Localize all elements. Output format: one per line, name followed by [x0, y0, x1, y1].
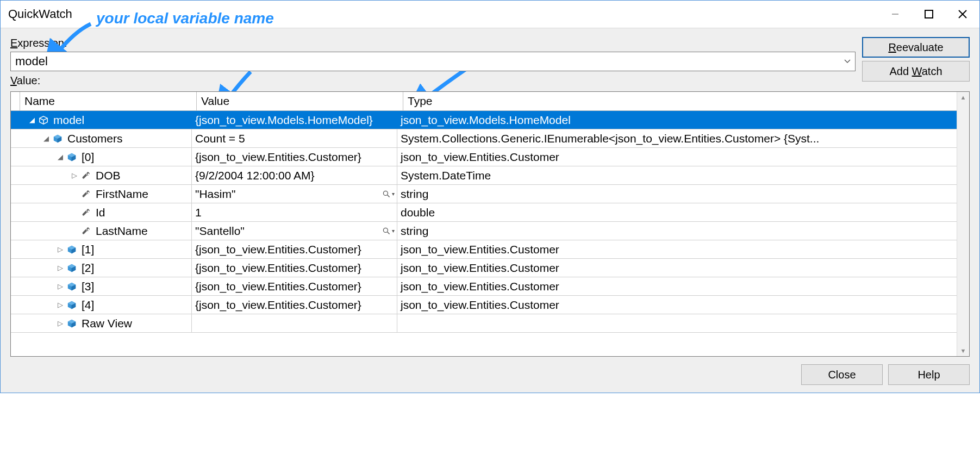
- column-header-value[interactable]: Value: [197, 92, 403, 110]
- grid-row[interactable]: ◢[0]{json_to_view.Entities.Customer}json…: [11, 148, 957, 166]
- row-name: [1]: [82, 243, 94, 256]
- scroll-up-icon[interactable]: ▲: [957, 92, 969, 103]
- object-icon: [52, 133, 63, 144]
- row-name: [3]: [82, 280, 94, 293]
- row-value: {json_to_view.Models.HomeModel}: [195, 114, 373, 127]
- row-type: double: [401, 206, 435, 219]
- row-type: System.Collections.Generic.IEnumerable<j…: [401, 132, 819, 145]
- titlebar: QuickWatch: [1, 1, 979, 28]
- column-header-name[interactable]: Name: [20, 92, 197, 110]
- add-watch-button[interactable]: Add Watch: [862, 61, 970, 82]
- expander-collapsed-icon[interactable]: ▷: [57, 319, 64, 327]
- object-icon: [66, 244, 77, 255]
- row-value: {json_to_view.Entities.Customer}: [195, 262, 361, 275]
- row-name: Id: [96, 206, 105, 219]
- grid-row[interactable]: ▷Raw View: [11, 314, 957, 333]
- row-type: json_to_view.Entities.Customer: [401, 243, 559, 256]
- row-name: model: [53, 114, 84, 127]
- value-grid: Name Value Type ◢model{json_to_view.Mode…: [10, 91, 970, 357]
- grid-row[interactable]: ▷[4]{json_to_view.Entities.Customer}json…: [11, 296, 957, 314]
- row-name: Customers: [67, 132, 123, 145]
- column-header-type[interactable]: Type: [403, 92, 957, 110]
- body-panel: your local variable name its value ...an…: [1, 28, 979, 393]
- grid-row[interactable]: ◢model{json_to_view.Models.HomeModel}jso…: [11, 111, 957, 129]
- chevron-down-icon[interactable]: [840, 52, 855, 71]
- grid-row[interactable]: ▷[3]{json_to_view.Entities.Customer}json…: [11, 277, 957, 296]
- scroll-down-icon[interactable]: ▼: [957, 345, 969, 356]
- row-type: json_to_view.Entities.Customer: [401, 280, 559, 293]
- property-icon: [80, 226, 91, 237]
- row-value: "Santello": [195, 225, 245, 238]
- svg-rect-1: [925, 10, 933, 18]
- row-value: Count = 5: [195, 132, 245, 145]
- row-name: [0]: [82, 151, 94, 164]
- object-icon: [66, 300, 77, 310]
- row-type: json_to_view.Entities.Customer: [401, 151, 559, 164]
- grid-row[interactable]: ▷DOB{9/2/2004 12:00:00 AM}System.DateTim…: [11, 166, 957, 185]
- expander-collapsed-icon[interactable]: ▷: [57, 245, 64, 253]
- reevaluate-button[interactable]: Reevaluate: [862, 37, 970, 58]
- grid-row[interactable]: ◢CustomersCount = 5System.Collections.Ge…: [11, 129, 957, 148]
- row-name: DOB: [96, 169, 121, 182]
- row-type: json_to_view.Entities.Customer: [401, 262, 559, 275]
- row-type: json_to_view.Models.HomeModel: [401, 114, 571, 127]
- window-title: QuickWatch: [8, 7, 72, 21]
- grid-row[interactable]: FirstName"Hasim"▾string: [11, 185, 957, 203]
- value-label: Value:: [10, 74, 40, 87]
- expander-collapsed-icon[interactable]: ▷: [57, 282, 64, 290]
- grid-header: Name Value Type: [11, 92, 957, 111]
- row-value: {json_to_view.Entities.Customer}: [195, 280, 361, 293]
- row-name: Raw View: [82, 317, 132, 330]
- property-icon: [80, 189, 91, 200]
- expander-collapsed-icon[interactable]: ▷: [57, 264, 64, 272]
- property-icon: [80, 170, 91, 181]
- visualizer-dropdown[interactable]: ▾: [382, 227, 395, 235]
- expression-label: Expression:: [10, 37, 67, 49]
- row-name: [4]: [82, 299, 94, 312]
- grid-gutter: [11, 92, 20, 110]
- object-icon: [66, 152, 77, 163]
- row-value: {9/2/2004 12:00:00 AM}: [195, 169, 315, 182]
- row-type: string: [401, 225, 428, 238]
- row-value: {json_to_view.Entities.Customer}: [195, 151, 361, 164]
- row-value: "Hasim": [195, 188, 235, 201]
- row-name: [2]: [82, 262, 94, 275]
- close-button[interactable]: Close: [801, 364, 883, 385]
- quickwatch-window: QuickWatch your local variable name its …: [0, 0, 980, 393]
- close-window-button[interactable]: [946, 1, 979, 28]
- row-value: 1: [195, 206, 202, 219]
- help-button[interactable]: Help: [888, 364, 970, 385]
- grid-row[interactable]: LastName"Santello"▾string: [11, 222, 957, 240]
- row-name: FirstName: [96, 188, 148, 201]
- visualizer-dropdown[interactable]: ▾: [382, 190, 395, 198]
- object-icon: [66, 263, 77, 273]
- expression-combo[interactable]: [10, 52, 856, 71]
- magnifier-icon: [382, 190, 391, 198]
- expander-expanded-icon[interactable]: ◢: [42, 134, 50, 142]
- expander-collapsed-icon[interactable]: ▷: [57, 301, 64, 309]
- row-value: {json_to_view.Entities.Customer}: [195, 243, 361, 256]
- row-name: LastName: [96, 225, 148, 238]
- object-icon: [66, 318, 77, 329]
- grid-row[interactable]: ▷[1]{json_to_view.Entities.Customer}json…: [11, 240, 957, 259]
- grid-row[interactable]: Id1double: [11, 203, 957, 222]
- expander-expanded-icon[interactable]: ◢: [57, 153, 64, 161]
- chevron-down-icon: ▾: [392, 228, 395, 234]
- object-outline-icon: [38, 115, 49, 126]
- magnifier-icon: [382, 227, 391, 235]
- expression-input[interactable]: [11, 52, 840, 71]
- row-type: string: [401, 188, 428, 201]
- chevron-down-icon: ▾: [392, 191, 395, 197]
- object-icon: [66, 281, 77, 292]
- vertical-scrollbar[interactable]: ▲ ▼: [957, 92, 969, 356]
- maximize-button[interactable]: [912, 1, 946, 28]
- grid-row[interactable]: ▷[2]{json_to_view.Entities.Customer}json…: [11, 259, 957, 277]
- minimize-button[interactable]: [878, 1, 912, 28]
- property-icon: [80, 207, 91, 218]
- row-type: System.DateTime: [401, 169, 491, 182]
- row-value: {json_to_view.Entities.Customer}: [195, 299, 361, 312]
- row-type: json_to_view.Entities.Customer: [401, 299, 559, 312]
- expander-expanded-icon[interactable]: ◢: [28, 116, 36, 124]
- expander-collapsed-icon[interactable]: ▷: [71, 171, 78, 179]
